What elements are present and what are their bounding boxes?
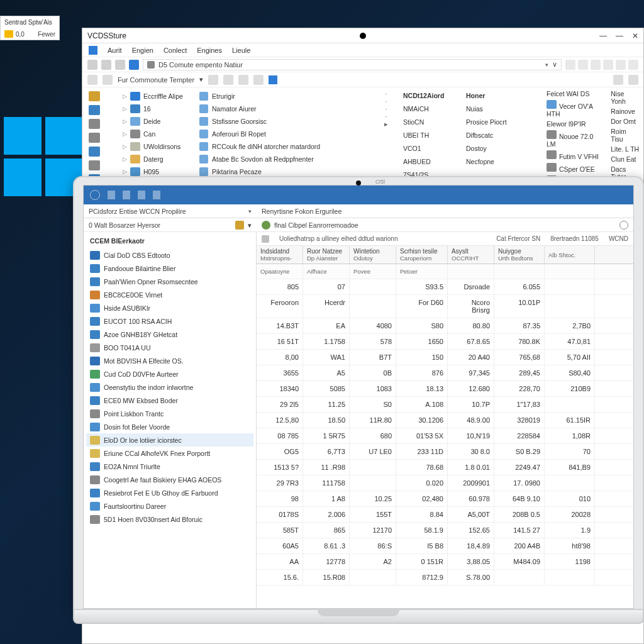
tool-icon[interactable]: [208, 75, 218, 85]
ribbon-icon[interactable]: [123, 191, 130, 199]
list-item[interactable]: Etrurigir: [199, 90, 374, 103]
table-row[interactable]: 8,00WA1B7T15020 A40765,685,70 AII: [257, 350, 633, 365]
chevron-down-icon[interactable]: ▾: [545, 62, 548, 68]
menu-item[interactable]: Lieule: [232, 47, 250, 54]
table-row[interactable]: 15.6.15.R088712.9S.78.00: [257, 570, 633, 586]
column-header[interactable]: IndsidatndMstrsropns-: [257, 246, 303, 264]
expand-icon[interactable]: ▸: [384, 120, 388, 128]
tool-icon[interactable]: [238, 75, 248, 85]
tree-item[interactable]: Eriune CCal AlhofeVK Fnex Porportt: [86, 447, 253, 460]
tool-icon[interactable]: [613, 75, 623, 85]
rail-icon[interactable]: [89, 160, 100, 170]
rail-icon[interactable]: [89, 119, 100, 129]
table-row[interactable]: 12.5,8018.5011R.8030.120648.9.0032801961…: [257, 413, 633, 428]
nav-back-icon[interactable]: [87, 60, 97, 70]
table-row[interactable]: 60A58.61 .386:SI5 B818,4.89200 A4Bht8'98: [257, 538, 633, 554]
table-row[interactable]: 16 51T1.1758578165067.8.65780.8K47.0,81: [257, 334, 633, 350]
tree-item[interactable]: ▷Deide: [121, 115, 194, 128]
tree-item[interactable]: ▷Can: [121, 128, 194, 140]
tool-icon[interactable]: [578, 60, 588, 70]
list-item[interactable]: Stsfissne Goorsisc: [199, 115, 374, 128]
tool-icon[interactable]: [223, 75, 233, 85]
column-header[interactable]: Alb Shtoc.: [545, 246, 595, 264]
table-row[interactable]: OG56,7T3U7 LE0233 11D30 8.0S0 B.2970: [257, 444, 633, 460]
table-row[interactable]: 981 A810.2502,48060.97864B 9.10010: [257, 491, 633, 507]
tree-item[interactable]: EBC8CE0OE Virnet: [86, 288, 253, 301]
tree-item[interactable]: 5D1 Hoen 8V030nsert Aid Bforuic: [86, 513, 253, 526]
tool-icon[interactable]: [603, 60, 613, 70]
folder-icon[interactable]: [235, 221, 244, 230]
tool-icon[interactable]: [87, 75, 97, 85]
tree-item[interactable]: ▷16: [121, 103, 194, 115]
maximize-button[interactable]: —: [616, 31, 623, 40]
tree-item[interactable]: Azoe GNHB18Y GHetcat: [86, 328, 253, 341]
tree-item[interactable]: Paah'Wien Opner Rsomsecntee: [86, 275, 253, 288]
column-header[interactable]: WintetionOdotoy: [350, 246, 396, 264]
menu-item[interactable]: Aurit: [108, 47, 122, 54]
tool-icon[interactable]: [628, 75, 638, 85]
tree-item[interactable]: Faurtsloortinu Dareer: [86, 499, 253, 513]
table-row[interactable]: 29 7R31117580.020200990117. 0980: [257, 475, 633, 491]
tree-item[interactable]: ▷Eccriffle Alipe: [121, 90, 194, 103]
refresh-icon[interactable]: [628, 60, 638, 70]
rail-icon[interactable]: [89, 133, 100, 143]
table-row[interactable]: 80507S93.5Dsroade6.055: [257, 279, 633, 295]
tool-icon[interactable]: [591, 60, 601, 70]
ribbon-icon[interactable]: [153, 191, 160, 199]
tree-item[interactable]: Resiebrot Fet E Ub Gthoy dE Farbuord: [86, 486, 253, 499]
table-row[interactable]: 14.B3TEA4080S8080.8087.352,7B0: [257, 318, 633, 334]
tree-item[interactable]: ▷Daterg: [121, 153, 194, 165]
tree-item[interactable]: EloD Or loe lotiier iciorstec: [86, 433, 253, 447]
tool-icon[interactable]: [616, 60, 626, 70]
tree-item[interactable]: ECE0 MW Ekbsed Boder: [86, 394, 253, 407]
tree-item[interactable]: EO2A Nmnl Triurlte: [86, 460, 253, 473]
menu-item[interactable]: Engines: [197, 47, 222, 54]
table-row[interactable]: 08 7851 5R7568001'53 5X10,N'192285841,08…: [257, 428, 633, 444]
tree-item[interactable]: Point Liskbon Trantc: [86, 407, 253, 420]
ribbon-icon[interactable]: [138, 191, 145, 199]
table-row[interactable]: FerooronHcerdrFor D60Ncoro Brisrg10.01P: [257, 295, 633, 318]
tree-item[interactable]: Coogetrl Ae faut Biskiery EHAG AOEOS: [86, 473, 253, 486]
list-item[interactable]: RCCouk fle diNH atorcher matardord: [199, 140, 374, 153]
column-header[interactable]: Scrhisn tesileCaroperiorn: [396, 246, 448, 264]
tool-icon[interactable]: [103, 75, 113, 85]
nav-fwd-icon[interactable]: [101, 60, 111, 70]
rail-icon[interactable]: [89, 91, 100, 101]
column-header[interactable]: Ruor NatzeeDp Aianster: [303, 246, 350, 264]
table-row[interactable]: 183405085108318.1312.680228,70210B9: [257, 381, 633, 397]
tree-item[interactable]: Hside ASUBIKIr: [86, 301, 253, 314]
filter-icon[interactable]: [262, 235, 269, 243]
minimize-button[interactable]: —: [599, 31, 607, 40]
tool-icon[interactable]: [565, 60, 575, 70]
table-row[interactable]: AA12778A20 151R3,88.05M484.091198: [257, 554, 633, 570]
chevron-down-icon[interactable]: ▾: [199, 75, 203, 84]
menu-item[interactable]: Conlect: [164, 47, 187, 54]
list-item[interactable]: Aoferouri Bl Ropet: [199, 128, 374, 140]
home-icon[interactable]: [129, 60, 139, 70]
table-row[interactable]: 29 2l511.25S0A.10810.7P1"17,83: [257, 397, 633, 413]
table-row[interactable]: 3655A50B87697,345289,45S80,40: [257, 365, 633, 381]
column-header[interactable]: NuiygoeUrth Bedtons: [494, 246, 545, 264]
address-bar[interactable]: D5 Comute empento Natiur ▾ ∨: [143, 59, 562, 70]
table-row[interactable]: 585T8651217058.1.9152.65141.5 271.9: [257, 523, 633, 538]
tree-item[interactable]: BOO T041A UU: [86, 341, 253, 354]
tree-item[interactable]: Fandooue Bilairtine Blier: [86, 262, 253, 275]
rail-icon[interactable]: [89, 147, 100, 157]
menu-item[interactable]: Engien: [132, 47, 153, 54]
tree-item[interactable]: Dosin fot Beler Voorde: [86, 420, 253, 433]
chevron-down-icon[interactable]: ▾: [248, 208, 252, 214]
nav-up-icon[interactable]: [115, 60, 125, 70]
list-item[interactable]: Atabe Bc Sovdon alt Redppfnenter: [199, 153, 374, 165]
ribbon-icon[interactable]: [108, 191, 115, 199]
tree-item[interactable]: ▷UWoldirsons: [121, 140, 194, 153]
tree-item[interactable]: Cud CoD D0VFte Aurteer: [86, 367, 253, 380]
rail-icon[interactable]: [89, 105, 100, 115]
tool-icon[interactable]: [253, 75, 264, 85]
tree-item[interactable]: Mot BDVISH A Elfecite OS.: [86, 354, 253, 367]
app-menu-icon[interactable]: [90, 190, 100, 200]
tree-item[interactable]: Cial DoD CBS Edtooto: [86, 248, 253, 262]
tool-icon[interactable]: [269, 75, 277, 84]
tree-item[interactable]: EUCOT 100 RSA ACIH: [86, 314, 253, 328]
table-row[interactable]: 1513 5?11 .R9878.681.8 0.012249.47841,B9: [257, 460, 633, 475]
column-header[interactable]: AsysltOCCRIHT: [448, 246, 494, 264]
